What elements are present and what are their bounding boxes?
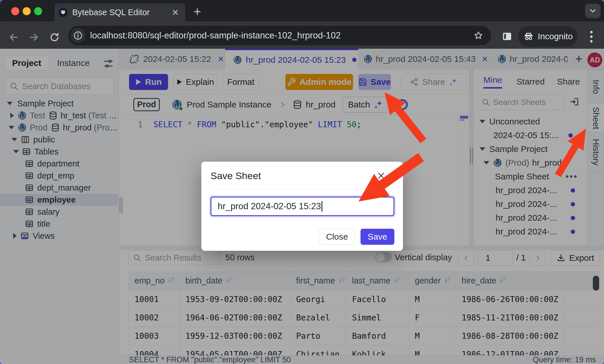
reload-icon[interactable] [49, 32, 60, 42]
address-input[interactable]: localhost:8080/sql-editor/prod-sample-in… [68, 26, 491, 45]
save-sheet-dialog: Save Sheet hr_prod 2024-02-05 15:23 Clos… [201, 162, 403, 251]
browser-new-tab-button[interactable]: + [190, 6, 204, 18]
bytebase-favicon [59, 8, 68, 17]
browser-address-bar: localhost:8080/sql-editor/prod-sample-in… [0, 21, 604, 49]
back-icon[interactable] [9, 32, 19, 42]
browser-tab-title: Bytebase SQL Editor [72, 8, 172, 17]
browser-tab[interactable]: Bytebase SQL Editor ✕ [54, 3, 185, 21]
text-cursor [322, 201, 322, 212]
dialog-close-button[interactable]: Close [319, 229, 355, 245]
traffic-minimize-button[interactable] [23, 7, 31, 15]
bookmark-star-icon[interactable] [473, 30, 484, 41]
incognito-label: Incognito [538, 32, 573, 41]
site-info-icon[interactable] [71, 28, 85, 43]
side-panel-icon[interactable] [502, 31, 513, 42]
browser-menu-icon[interactable] [587, 30, 595, 44]
dialog-close-icon[interactable] [377, 171, 385, 180]
traffic-close-button[interactable] [11, 7, 19, 15]
browser-window: Bytebase SQL Editor ✕ + localhost:8080/s… [0, 0, 604, 364]
dialog-title: Save Sheet [211, 170, 261, 181]
dialog-save-button[interactable]: Save [361, 229, 394, 245]
url-text: localhost:8080/sql-editor/prod-sample-in… [90, 30, 473, 41]
sheet-name-input[interactable]: hr_prod 2024-02-05 15:23 [211, 197, 394, 216]
forward-icon[interactable] [29, 32, 39, 42]
incognito-icon [523, 31, 534, 42]
sheet-name-value: hr_prod 2024-02-05 15:23 [218, 201, 321, 212]
dialog-divider [211, 189, 394, 189]
browser-titlebar: Bytebase SQL Editor ✕ + [0, 0, 604, 21]
tab-search-button[interactable] [585, 4, 601, 18]
chevron-down-icon [589, 7, 597, 15]
traffic-zoom-button[interactable] [34, 7, 42, 15]
incognito-badge: Incognito [518, 26, 578, 47]
browser-tab-close-icon[interactable]: ✕ [172, 7, 179, 17]
